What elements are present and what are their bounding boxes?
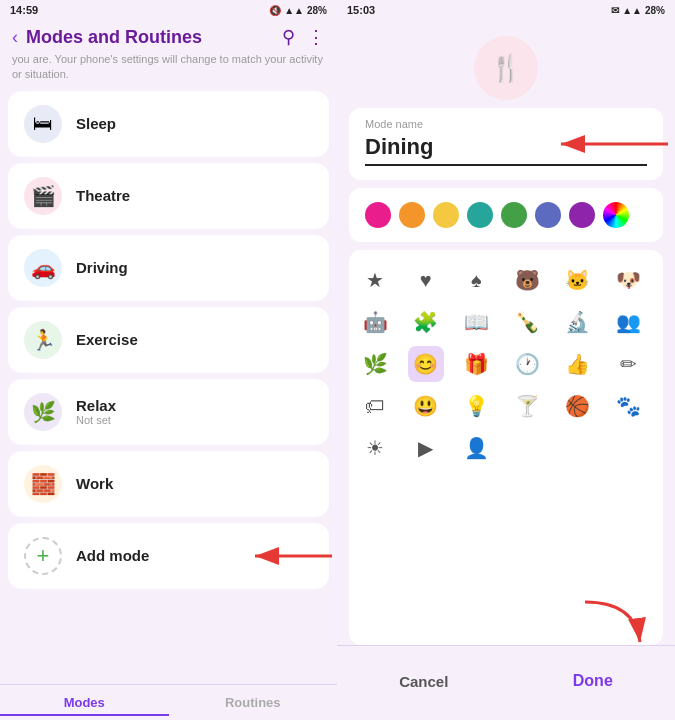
- icon-thumbsup[interactable]: 👍: [560, 346, 596, 382]
- relax-icon-wrap: 🌿: [24, 393, 62, 431]
- left-status-bar: 14:59 🔇 ▲▲ 28%: [0, 0, 337, 20]
- done-button[interactable]: Done: [537, 662, 649, 700]
- dining-icon-display: 🍴: [337, 20, 675, 108]
- mode-item-exercise[interactable]: 🏃 Exercise: [8, 307, 329, 373]
- icon-tag[interactable]: 🏷: [357, 388, 393, 424]
- relax-label: Relax: [76, 397, 116, 414]
- icon-basketball[interactable]: 🏀: [560, 388, 596, 424]
- mode-item-sleep[interactable]: 🛏 Sleep: [8, 91, 329, 157]
- driving-icon-wrap: 🚗: [24, 249, 62, 287]
- bottom-tabs: Modes Routines: [0, 684, 337, 720]
- icon-lab[interactable]: 🔬: [560, 304, 596, 340]
- relax-sublabel: Not set: [76, 414, 116, 426]
- exercise-icon-wrap: 🏃: [24, 321, 62, 359]
- color-purple[interactable]: [569, 202, 595, 228]
- tab-modes[interactable]: Modes: [0, 695, 169, 716]
- sleep-icon-wrap: 🛏: [24, 105, 62, 143]
- mode-item-relax[interactable]: 🌿 Relax Not set: [8, 379, 329, 445]
- icon-cat[interactable]: 🐱: [560, 262, 596, 298]
- icon-dog[interactable]: 🐶: [610, 262, 646, 298]
- right-panel: 15:03 ✉ ▲▲ 28% 🍴 Mode name Dining: [337, 0, 675, 720]
- icon-clock[interactable]: 🕐: [509, 346, 545, 382]
- icon-book[interactable]: 📖: [458, 304, 494, 340]
- color-teal[interactable]: [467, 202, 493, 228]
- icon-star[interactable]: ★: [357, 262, 393, 298]
- icon-happy[interactable]: 😃: [408, 388, 444, 424]
- icon-person[interactable]: 👤: [458, 430, 494, 466]
- right-status-bar: 15:03 ✉ ▲▲ 28%: [337, 0, 675, 20]
- icon-smile-selected[interactable]: 😊: [408, 346, 444, 382]
- work-icon: 🧱: [31, 472, 56, 496]
- add-icon: +: [37, 543, 50, 569]
- bottom-actions: Cancel Done: [337, 645, 675, 720]
- icon-robot[interactable]: 🤖: [357, 304, 393, 340]
- work-label: Work: [76, 475, 113, 492]
- icon-sun[interactable]: ☀: [357, 430, 393, 466]
- mode-list: 🛏 Sleep 🎬 Theatre 🚗 Driving 🏃 Exercise �: [0, 91, 337, 684]
- mode-name-label: Mode name: [365, 118, 647, 130]
- icon-pencil[interactable]: ✏: [610, 346, 646, 382]
- add-mode-label: Add mode: [76, 547, 149, 564]
- add-icon-wrap: +: [24, 537, 62, 575]
- done-arrow: [575, 592, 655, 652]
- left-panel: 14:59 🔇 ▲▲ 28% ‹ Modes and Routines ⚲ ⋮ …: [0, 0, 337, 720]
- mode-name-section: Mode name Dining: [349, 108, 663, 180]
- search-icon[interactable]: ⚲: [282, 26, 295, 48]
- mode-item-theatre[interactable]: 🎬 Theatre: [8, 163, 329, 229]
- color-green[interactable]: [501, 202, 527, 228]
- icon-puzzle[interactable]: 🧩: [408, 304, 444, 340]
- icon-bear[interactable]: 🐻: [509, 262, 545, 298]
- color-yellow[interactable]: [433, 202, 459, 228]
- page-title: Modes and Routines: [26, 27, 274, 48]
- color-orange[interactable]: [399, 202, 425, 228]
- more-icon[interactable]: ⋮: [307, 26, 325, 48]
- driving-icon: 🚗: [31, 256, 56, 280]
- icon-bulb[interactable]: 💡: [458, 388, 494, 424]
- back-button[interactable]: ‹: [12, 27, 18, 48]
- left-status-icons: 🔇 ▲▲ 28%: [269, 5, 327, 16]
- sleep-icon: 🛏: [33, 112, 53, 135]
- icon-gift[interactable]: 🎁: [458, 346, 494, 382]
- theatre-label: Theatre: [76, 187, 130, 204]
- mode-item-work[interactable]: 🧱 Work: [8, 451, 329, 517]
- tab-routines[interactable]: Routines: [169, 695, 338, 716]
- color-pink[interactable]: [365, 202, 391, 228]
- color-section: [349, 188, 663, 242]
- exercise-icon: 🏃: [31, 328, 56, 352]
- relax-icon: 🌿: [31, 400, 56, 424]
- color-gradient[interactable]: [603, 202, 629, 228]
- icon-people[interactable]: 👥: [610, 304, 646, 340]
- icon-bottle[interactable]: 🍾: [509, 304, 545, 340]
- icon-cocktail[interactable]: 🍸: [509, 388, 545, 424]
- right-status-icons: ✉ ▲▲ 28%: [611, 5, 665, 16]
- work-icon-wrap: 🧱: [24, 465, 62, 503]
- left-header: ‹ Modes and Routines ⚲ ⋮: [0, 20, 337, 52]
- sub-text: you are. Your phone's settings will chan…: [0, 52, 337, 91]
- left-time: 14:59: [10, 4, 38, 16]
- icon-paw[interactable]: 🐾: [610, 388, 646, 424]
- theatre-icon: 🎬: [31, 184, 56, 208]
- mode-item-driving[interactable]: 🚗 Driving: [8, 235, 329, 301]
- dining-icon: 🍴: [490, 53, 522, 84]
- icon-grid-section: ★ ♥ ♠ 🐻 🐱 🐶 🤖 🧩 📖 🍾 🔬 👥 🌿 😊 🎁 🕐 👍 ✏ 🏷 😃 …: [349, 250, 663, 645]
- theatre-icon-wrap: 🎬: [24, 177, 62, 215]
- dining-icon-circle[interactable]: 🍴: [474, 36, 538, 100]
- icon-play[interactable]: ▶: [408, 430, 444, 466]
- sleep-label: Sleep: [76, 115, 116, 132]
- icon-spade[interactable]: ♠: [458, 262, 494, 298]
- color-blue[interactable]: [535, 202, 561, 228]
- dining-name-arrow: [553, 130, 673, 158]
- add-mode-arrow: [247, 542, 337, 570]
- driving-label: Driving: [76, 259, 128, 276]
- icon-grid: ★ ♥ ♠ 🐻 🐱 🐶 🤖 🧩 📖 🍾 🔬 👥 🌿 😊 🎁 🕐 👍 ✏ 🏷 😃 …: [357, 262, 655, 466]
- exercise-label: Exercise: [76, 331, 138, 348]
- add-mode-item[interactable]: + Add mode: [8, 523, 329, 589]
- right-time: 15:03: [347, 4, 375, 16]
- header-action-icons: ⚲ ⋮: [282, 26, 325, 48]
- icon-leaf[interactable]: 🌿: [357, 346, 393, 382]
- cancel-button[interactable]: Cancel: [363, 662, 484, 700]
- icon-heart[interactable]: ♥: [408, 262, 444, 298]
